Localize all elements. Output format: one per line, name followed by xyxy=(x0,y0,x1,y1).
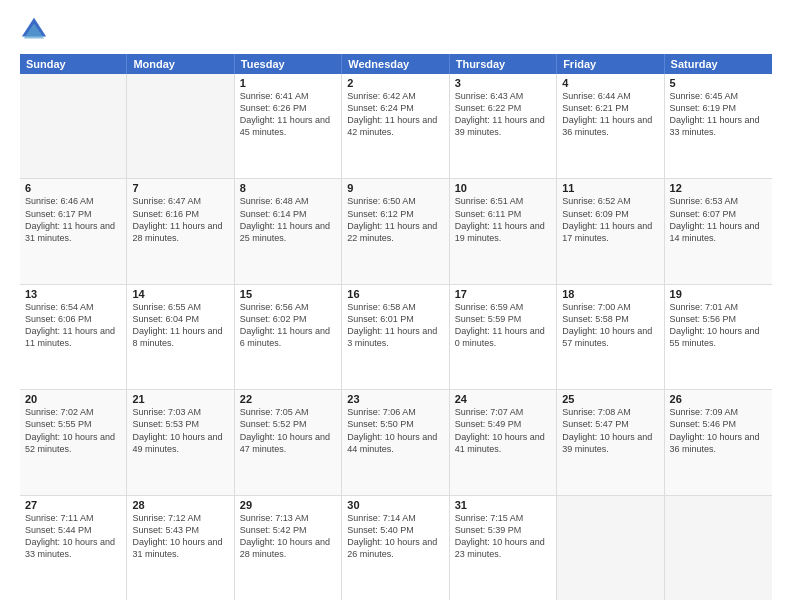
calendar-cell: 21Sunrise: 7:03 AMSunset: 5:53 PMDayligh… xyxy=(127,390,234,494)
calendar-header: SundayMondayTuesdayWednesdayThursdayFrid… xyxy=(20,54,772,74)
calendar-cell: 3Sunrise: 6:43 AMSunset: 6:22 PMDaylight… xyxy=(450,74,557,178)
calendar-row: 27Sunrise: 7:11 AMSunset: 5:44 PMDayligh… xyxy=(20,496,772,600)
calendar-cell: 13Sunrise: 6:54 AMSunset: 6:06 PMDayligh… xyxy=(20,285,127,389)
calendar-cell: 19Sunrise: 7:01 AMSunset: 5:56 PMDayligh… xyxy=(665,285,772,389)
cell-info: Sunrise: 6:54 AMSunset: 6:06 PMDaylight:… xyxy=(25,301,121,350)
day-number: 9 xyxy=(347,182,443,194)
calendar-cell: 29Sunrise: 7:13 AMSunset: 5:42 PMDayligh… xyxy=(235,496,342,600)
cell-info: Sunrise: 6:45 AMSunset: 6:19 PMDaylight:… xyxy=(670,90,767,139)
day-number: 22 xyxy=(240,393,336,405)
cell-info: Sunrise: 7:05 AMSunset: 5:52 PMDaylight:… xyxy=(240,406,336,455)
calendar-cell: 27Sunrise: 7:11 AMSunset: 5:44 PMDayligh… xyxy=(20,496,127,600)
cell-info: Sunrise: 6:56 AMSunset: 6:02 PMDaylight:… xyxy=(240,301,336,350)
calendar-cell: 18Sunrise: 7:00 AMSunset: 5:58 PMDayligh… xyxy=(557,285,664,389)
calendar-row: 20Sunrise: 7:02 AMSunset: 5:55 PMDayligh… xyxy=(20,390,772,495)
day-number: 6 xyxy=(25,182,121,194)
header xyxy=(20,16,772,44)
calendar-cell: 28Sunrise: 7:12 AMSunset: 5:43 PMDayligh… xyxy=(127,496,234,600)
cell-info: Sunrise: 7:11 AMSunset: 5:44 PMDaylight:… xyxy=(25,512,121,561)
cell-info: Sunrise: 6:48 AMSunset: 6:14 PMDaylight:… xyxy=(240,195,336,244)
day-number: 15 xyxy=(240,288,336,300)
calendar-cell: 5Sunrise: 6:45 AMSunset: 6:19 PMDaylight… xyxy=(665,74,772,178)
calendar-cell: 17Sunrise: 6:59 AMSunset: 5:59 PMDayligh… xyxy=(450,285,557,389)
cell-info: Sunrise: 6:46 AMSunset: 6:17 PMDaylight:… xyxy=(25,195,121,244)
day-number: 24 xyxy=(455,393,551,405)
day-number: 1 xyxy=(240,77,336,89)
cell-info: Sunrise: 7:15 AMSunset: 5:39 PMDaylight:… xyxy=(455,512,551,561)
weekday-header: Thursday xyxy=(450,54,557,74)
weekday-header: Friday xyxy=(557,54,664,74)
weekday-header: Monday xyxy=(127,54,234,74)
weekday-header: Saturday xyxy=(665,54,772,74)
calendar-cell: 4Sunrise: 6:44 AMSunset: 6:21 PMDaylight… xyxy=(557,74,664,178)
day-number: 3 xyxy=(455,77,551,89)
cell-info: Sunrise: 6:53 AMSunset: 6:07 PMDaylight:… xyxy=(670,195,767,244)
day-number: 19 xyxy=(670,288,767,300)
day-number: 7 xyxy=(132,182,228,194)
calendar-cell: 30Sunrise: 7:14 AMSunset: 5:40 PMDayligh… xyxy=(342,496,449,600)
calendar: SundayMondayTuesdayWednesdayThursdayFrid… xyxy=(20,54,772,600)
day-number: 8 xyxy=(240,182,336,194)
calendar-cell: 20Sunrise: 7:02 AMSunset: 5:55 PMDayligh… xyxy=(20,390,127,494)
calendar-cell: 7Sunrise: 6:47 AMSunset: 6:16 PMDaylight… xyxy=(127,179,234,283)
cell-info: Sunrise: 7:09 AMSunset: 5:46 PMDaylight:… xyxy=(670,406,767,455)
calendar-cell xyxy=(665,496,772,600)
day-number: 27 xyxy=(25,499,121,511)
cell-info: Sunrise: 7:12 AMSunset: 5:43 PMDaylight:… xyxy=(132,512,228,561)
day-number: 17 xyxy=(455,288,551,300)
cell-info: Sunrise: 7:06 AMSunset: 5:50 PMDaylight:… xyxy=(347,406,443,455)
calendar-cell: 23Sunrise: 7:06 AMSunset: 5:50 PMDayligh… xyxy=(342,390,449,494)
cell-info: Sunrise: 6:55 AMSunset: 6:04 PMDaylight:… xyxy=(132,301,228,350)
day-number: 25 xyxy=(562,393,658,405)
calendar-cell xyxy=(20,74,127,178)
calendar-cell: 9Sunrise: 6:50 AMSunset: 6:12 PMDaylight… xyxy=(342,179,449,283)
day-number: 13 xyxy=(25,288,121,300)
weekday-header: Wednesday xyxy=(342,54,449,74)
calendar-cell: 25Sunrise: 7:08 AMSunset: 5:47 PMDayligh… xyxy=(557,390,664,494)
calendar-cell: 31Sunrise: 7:15 AMSunset: 5:39 PMDayligh… xyxy=(450,496,557,600)
day-number: 18 xyxy=(562,288,658,300)
calendar-cell: 11Sunrise: 6:52 AMSunset: 6:09 PMDayligh… xyxy=(557,179,664,283)
cell-info: Sunrise: 6:59 AMSunset: 5:59 PMDaylight:… xyxy=(455,301,551,350)
day-number: 2 xyxy=(347,77,443,89)
cell-info: Sunrise: 6:41 AMSunset: 6:26 PMDaylight:… xyxy=(240,90,336,139)
calendar-cell xyxy=(127,74,234,178)
calendar-cell: 14Sunrise: 6:55 AMSunset: 6:04 PMDayligh… xyxy=(127,285,234,389)
calendar-cell: 16Sunrise: 6:58 AMSunset: 6:01 PMDayligh… xyxy=(342,285,449,389)
day-number: 31 xyxy=(455,499,551,511)
cell-info: Sunrise: 6:42 AMSunset: 6:24 PMDaylight:… xyxy=(347,90,443,139)
calendar-cell: 24Sunrise: 7:07 AMSunset: 5:49 PMDayligh… xyxy=(450,390,557,494)
calendar-cell: 10Sunrise: 6:51 AMSunset: 6:11 PMDayligh… xyxy=(450,179,557,283)
calendar-row: 1Sunrise: 6:41 AMSunset: 6:26 PMDaylight… xyxy=(20,74,772,179)
calendar-cell xyxy=(557,496,664,600)
day-number: 4 xyxy=(562,77,658,89)
calendar-cell: 12Sunrise: 6:53 AMSunset: 6:07 PMDayligh… xyxy=(665,179,772,283)
day-number: 21 xyxy=(132,393,228,405)
day-number: 11 xyxy=(562,182,658,194)
cell-info: Sunrise: 6:43 AMSunset: 6:22 PMDaylight:… xyxy=(455,90,551,139)
cell-info: Sunrise: 7:14 AMSunset: 5:40 PMDaylight:… xyxy=(347,512,443,561)
day-number: 28 xyxy=(132,499,228,511)
logo-icon xyxy=(20,16,48,44)
calendar-row: 6Sunrise: 6:46 AMSunset: 6:17 PMDaylight… xyxy=(20,179,772,284)
page: SundayMondayTuesdayWednesdayThursdayFrid… xyxy=(0,0,792,612)
cell-info: Sunrise: 6:52 AMSunset: 6:09 PMDaylight:… xyxy=(562,195,658,244)
day-number: 16 xyxy=(347,288,443,300)
logo xyxy=(20,16,52,44)
calendar-row: 13Sunrise: 6:54 AMSunset: 6:06 PMDayligh… xyxy=(20,285,772,390)
cell-info: Sunrise: 7:00 AMSunset: 5:58 PMDaylight:… xyxy=(562,301,658,350)
cell-info: Sunrise: 7:01 AMSunset: 5:56 PMDaylight:… xyxy=(670,301,767,350)
day-number: 5 xyxy=(670,77,767,89)
cell-info: Sunrise: 7:02 AMSunset: 5:55 PMDaylight:… xyxy=(25,406,121,455)
weekday-header: Tuesday xyxy=(235,54,342,74)
cell-info: Sunrise: 6:51 AMSunset: 6:11 PMDaylight:… xyxy=(455,195,551,244)
day-number: 23 xyxy=(347,393,443,405)
calendar-cell: 2Sunrise: 6:42 AMSunset: 6:24 PMDaylight… xyxy=(342,74,449,178)
calendar-cell: 6Sunrise: 6:46 AMSunset: 6:17 PMDaylight… xyxy=(20,179,127,283)
calendar-cell: 26Sunrise: 7:09 AMSunset: 5:46 PMDayligh… xyxy=(665,390,772,494)
calendar-cell: 8Sunrise: 6:48 AMSunset: 6:14 PMDaylight… xyxy=(235,179,342,283)
day-number: 29 xyxy=(240,499,336,511)
cell-info: Sunrise: 7:13 AMSunset: 5:42 PMDaylight:… xyxy=(240,512,336,561)
weekday-header: Sunday xyxy=(20,54,127,74)
cell-info: Sunrise: 6:44 AMSunset: 6:21 PMDaylight:… xyxy=(562,90,658,139)
